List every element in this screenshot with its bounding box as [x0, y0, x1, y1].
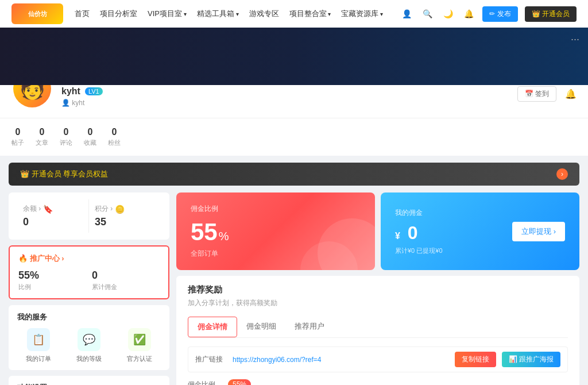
- promo-link-label: 推广链接: [195, 355, 227, 364]
- right-main: 佣金比例 55 % 全部订单 我的佣金 ¥ 0 累计¥0 已提现¥0 立即提现 …: [176, 192, 579, 385]
- balance-credits-label: 余额 › 🔖: [23, 204, 83, 214]
- promo-center-title[interactable]: 🔥 推广中心 ›: [18, 253, 160, 264]
- publish-button[interactable]: ✏ 发布: [482, 6, 517, 22]
- profile-bell-icon[interactable]: 🔔: [565, 88, 577, 99]
- service-verify[interactable]: ✅ 官方认证: [127, 328, 152, 363]
- copy-link-button[interactable]: 复制链接: [455, 352, 496, 367]
- service-orders[interactable]: 📋 我的订单: [26, 328, 51, 363]
- profile-header: ··· 🧑 kyht LV1 👤 kyht 📅 签到 🔔 0 帖子 0: [0, 28, 588, 156]
- profile-uid: 👤 kyht: [61, 99, 509, 107]
- level-icon: 💬: [78, 328, 100, 351]
- nav-home[interactable]: 首页: [75, 9, 90, 19]
- nav-resources[interactable]: 宝藏资源库: [341, 9, 383, 19]
- poster-button[interactable]: 📊 跟推广海报: [502, 352, 560, 367]
- left-sidebar: 余额 › 🔖 0 积分 › 🪙 35 🔥 推广中心 ›: [9, 192, 169, 385]
- stat-comments[interactable]: 0 评论: [60, 127, 72, 147]
- commission-rate-card: 佣金比例 55 % 全部订单: [176, 192, 375, 270]
- coin-icon: 🪙: [115, 205, 125, 214]
- reward-tabs: 佣金详情 佣金明细 推荐用户: [188, 317, 568, 338]
- nav-project[interactable]: 项目整合室: [289, 9, 331, 19]
- stat-followers-value: 0: [112, 127, 117, 137]
- profile-banner: ···: [0, 28, 588, 85]
- promo-amount-label: 累计佣金: [92, 283, 160, 291]
- site-logo: 仙价坊: [11, 3, 63, 24]
- my-commission-label: 我的佣金: [395, 208, 443, 218]
- service-level[interactable]: 💬 我的等级: [76, 328, 102, 363]
- profile-username: kyht: [61, 86, 80, 97]
- level-badge: LV1: [85, 87, 103, 95]
- stat-articles-label: 文章: [36, 138, 48, 147]
- commission-rate-row: 佣金比例 55%: [188, 379, 568, 385]
- user-icon[interactable]: 👤: [400, 7, 413, 21]
- stat-comments-label: 评论: [60, 138, 72, 147]
- withdraw-button[interactable]: 立即提现 ›: [512, 222, 565, 241]
- commission-rate-value: 55 %: [191, 218, 361, 246]
- tab-commission-detail[interactable]: 佣金详情: [188, 317, 237, 337]
- commission-rate-label: 佣金比例: [191, 204, 361, 214]
- service-verify-label: 官方认证: [127, 355, 152, 363]
- search-icon[interactable]: 🔍: [420, 7, 434, 21]
- promo-rate-value: 55%: [18, 270, 86, 282]
- stat-followers[interactable]: 0 粉丝: [108, 127, 121, 147]
- service-orders-label: 我的订单: [26, 355, 51, 363]
- profile-name-row: kyht LV1: [61, 86, 509, 97]
- navigation: 仙价坊 首页 项目分析室 VIP项目室 精选工具箱 游戏专区 项目整合室 宝藏资…: [0, 0, 588, 28]
- stat-posts-value: 0: [16, 127, 21, 137]
- nav-game[interactable]: 游戏专区: [249, 9, 279, 19]
- stat-followers-label: 粉丝: [108, 138, 121, 147]
- promo-rate-label: 比例: [18, 283, 86, 291]
- settings-card: 功能设置 🔔 消息通知 👤 个人资料 🎁 打赏收款 🛡 账户安全: [9, 376, 169, 385]
- reward-section: 推荐奖励 加入分享计划，获得高额奖励 佣金详情 佣金明细 推荐用户 推广链接 h…: [176, 276, 579, 385]
- my-commission-left: 我的佣金 ¥ 0 累计¥0 已提现¥0: [395, 208, 443, 255]
- theme-icon[interactable]: 🌙: [441, 7, 455, 21]
- top-cards: 佣金比例 55 % 全部订单 我的佣金 ¥ 0 累计¥0 已提现¥0 立即提现 …: [176, 192, 579, 270]
- nav-vip[interactable]: VIP项目室: [148, 9, 187, 19]
- balance-points: 积分 › 🪙 35: [89, 199, 161, 233]
- stats-row: 0 帖子 0 文章 0 评论 0 收藏 0 粉丝: [0, 118, 588, 156]
- vip-button[interactable]: 👑 开通会员: [525, 6, 577, 22]
- nav-actions: 👤 🔍 🌙 🔔 ✏ 发布 👑 开通会员: [400, 6, 577, 22]
- stat-articles[interactable]: 0 文章: [36, 127, 48, 147]
- stat-posts[interactable]: 0 帖子: [11, 127, 24, 147]
- promo-link-url: https://zhongyi06.com/?ref=4: [233, 356, 449, 364]
- my-commission-card: 我的佣金 ¥ 0 累计¥0 已提现¥0 立即提现 ›: [381, 192, 579, 270]
- services-card: 我的服务 📋 我的订单 💬 我的等级 ✅ 官方认证: [9, 305, 169, 370]
- services-title: 我的服务: [17, 312, 161, 322]
- reward-title: 推荐奖励: [188, 284, 568, 295]
- service-level-label: 我的等级: [76, 355, 102, 363]
- bookmark-icon: 🔖: [43, 205, 53, 214]
- reward-desc: 加入分享计划，获得高额奖励: [188, 298, 568, 308]
- promo-amount-stat: 0 累计佣金: [92, 270, 160, 291]
- stat-comments-value: 0: [64, 127, 69, 137]
- balance-card: 余额 › 🔖 0 积分 › 🪙 35: [9, 192, 169, 240]
- settings-title: 功能设置: [17, 383, 161, 385]
- balance-grid: 余额 › 🔖 0 积分 › 🪙 35: [17, 199, 161, 233]
- tab-commission-list[interactable]: 佣金明细: [237, 317, 285, 337]
- tab-referral-users[interactable]: 推荐用户: [285, 317, 334, 337]
- promo-rate-stat: 55% 比例: [18, 270, 86, 291]
- nav-analysis[interactable]: 项目分析室: [100, 9, 137, 19]
- balance-credits-value: 0: [23, 216, 83, 228]
- stat-favorites-label: 收藏: [84, 138, 96, 147]
- orders-icon: 📋: [27, 328, 50, 351]
- signin-button[interactable]: 📅 签到: [517, 86, 556, 102]
- promo-center-card: 🔥 推广中心 › 55% 比例 0 累计佣金: [9, 245, 169, 299]
- vip-bar[interactable]: 👑 开通会员 尊享会员权益 ›: [9, 163, 579, 186]
- commission-rate-tag: 55%: [228, 379, 251, 385]
- commission-rate-row-label: 佣金比例: [188, 380, 219, 386]
- stat-articles-value: 0: [40, 127, 45, 137]
- vip-bar-label: 👑 开通会员 尊享会员权益: [20, 169, 108, 179]
- my-commission-sub: 累计¥0 已提现¥0: [395, 247, 443, 255]
- stat-posts-label: 帖子: [11, 138, 24, 147]
- nav-tools[interactable]: 精选工具箱: [197, 9, 239, 19]
- stat-favorites[interactable]: 0 收藏: [84, 127, 96, 147]
- services-grid: 📋 我的订单 💬 我的等级 ✅ 官方认证: [17, 328, 161, 363]
- promo-amount-value: 0: [92, 270, 160, 282]
- main-content: 余额 › 🔖 0 积分 › 🪙 35 🔥 推广中心 ›: [0, 192, 588, 385]
- my-commission-amount: ¥ 0: [395, 222, 443, 244]
- balance-credits: 余额 › 🔖 0: [17, 199, 89, 233]
- banner-options[interactable]: ···: [571, 33, 579, 45]
- stat-favorites-value: 0: [88, 127, 93, 137]
- balance-points-value: 35: [95, 216, 155, 228]
- notification-icon[interactable]: 🔔: [462, 7, 475, 21]
